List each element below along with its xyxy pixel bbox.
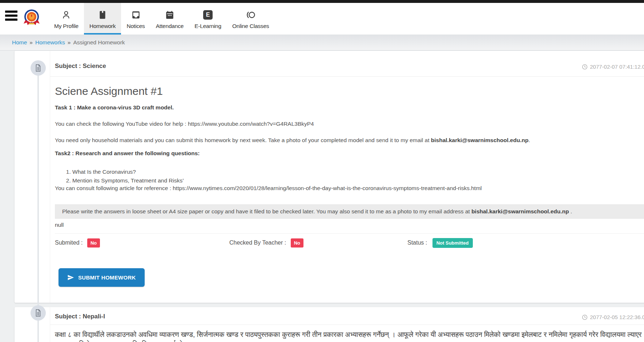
homework-document-icon <box>31 305 46 321</box>
broadcast-icon <box>245 9 257 20</box>
checked-status: Checked By Teacher : No <box>229 238 407 248</box>
tab-label: Homework <box>89 23 116 29</box>
e-square-icon: E <box>203 9 213 20</box>
null-text: null <box>55 222 644 228</box>
timestamp: 2077-02-05 12:22:36.0 <box>582 314 644 320</box>
status-badge: Not Submitted <box>432 238 473 248</box>
video-help-paragraph: You can check the following YouTube vide… <box>55 121 644 127</box>
card-header: Subject : Nepali-I 2077-02-05 12:22:36.0 <box>50 307 644 325</box>
nepali-assignment-text: कक्षा ८ का विद्यार्थीले लकडाउनको अवधिमा … <box>55 331 642 342</box>
tab-label: E-Learning <box>194 23 221 29</box>
tab-label: Online Classes <box>232 23 269 29</box>
reference-paragraph: You can consult following article for re… <box>55 185 644 192</box>
homework-title: Sciene Assignment #1 <box>55 85 644 98</box>
tab-homework[interactable]: Homework <box>84 3 121 35</box>
overall-status: Status : Not Submitted <box>407 238 473 248</box>
tab-label: Attendance <box>156 23 184 29</box>
checked-badge: No <box>291 238 303 248</box>
subject-title: Subject : Nepali-I <box>55 313 105 320</box>
timeline-line <box>37 75 39 342</box>
breadcrumb-homeworks-link[interactable]: Homeworks <box>35 39 65 46</box>
subject-title: Subject : Science <box>55 63 106 70</box>
book-icon <box>98 9 107 20</box>
tab-notices[interactable]: Notices <box>121 3 150 35</box>
task1-heading: Task 1 : Make a corona-virus 3D craft mo… <box>55 104 644 111</box>
homework-card-nepali: Subject : Nepali-I 2077-02-05 12:22:36.0… <box>15 307 644 342</box>
card-header: Subject : Science 2077-02-07 07:41:12.0 <box>50 51 644 77</box>
submission-paragraph: You need only household materials and yo… <box>55 137 644 144</box>
tab-online-classes[interactable]: Online Classes <box>227 3 274 35</box>
person-icon <box>61 9 71 20</box>
tab-label: Notices <box>126 23 145 29</box>
breadcrumb-separator: » <box>68 39 71 46</box>
browser-top-strip <box>0 0 644 3</box>
homework-document-icon <box>31 60 46 76</box>
instruction-note: Please write the answers in loose sheet … <box>55 204 644 219</box>
submitted-badge: No <box>87 238 100 248</box>
task2-heading: Task2 : Research and answer the followin… <box>55 150 644 157</box>
tab-my-profile[interactable]: My Profile <box>49 3 84 35</box>
submit-homework-button[interactable]: SUBMIT HOMEWORK <box>59 268 145 287</box>
hamburger-menu-icon[interactable] <box>5 11 17 27</box>
homework-card-science: Subject : Science 2077-02-07 07:41:12.0 … <box>15 51 644 303</box>
tab-attendance[interactable]: Attendance <box>150 3 189 35</box>
submitted-status: Submited : No <box>55 238 229 248</box>
card-body: कक्षा ८ का विद्यार्थीले लकडाउनको अवधिमा … <box>50 325 644 342</box>
timestamp-text: 2077-02-07 07:41:12.0 <box>590 64 644 70</box>
timestamp: 2077-02-07 07:41:12.0 <box>582 64 644 70</box>
calendar-icon <box>165 9 174 20</box>
send-icon <box>67 274 74 281</box>
teacher-email: bishal.karki@swarnimschool.edu.np <box>471 208 569 214</box>
submit-button-label: SUBMIT HOMEWORK <box>78 274 136 281</box>
card-body: Sciene Assignment #1 Task 1 : Make a cor… <box>50 77 644 296</box>
breadcrumb-separator: » <box>29 39 33 46</box>
school-logo[interactable] <box>23 8 41 26</box>
divider <box>55 233 644 234</box>
status-row: Submited : No Checked By Teacher : No St… <box>55 238 644 248</box>
timestamp-text: 2077-02-05 12:22:36.0 <box>590 314 644 320</box>
breadcrumb-home-link[interactable]: Home <box>12 39 27 46</box>
question-item: What Is the Coronavirus? <box>72 168 644 176</box>
nav-tabs: My Profile Homework Notices <box>49 3 274 35</box>
question-item: Mention its Symptoms, Treatment and Risk… <box>72 176 644 185</box>
clock-icon <box>582 64 588 70</box>
breadcrumb-current: Assigned Homework <box>73 39 125 46</box>
top-navbar: My Profile Homework Notices <box>0 3 644 35</box>
clock-icon <box>582 314 588 320</box>
tab-label: My Profile <box>54 23 79 29</box>
breadcrumb: Home » Homeworks » Assigned Homework <box>0 35 644 51</box>
inbox-icon <box>131 9 141 20</box>
teacher-email: bishal.karki@swarnimschool.edu.np <box>431 137 528 143</box>
question-list: What Is the Coronavirus? Mention its Sym… <box>55 168 644 185</box>
tab-e-learning[interactable]: E E-Learning <box>189 3 227 35</box>
